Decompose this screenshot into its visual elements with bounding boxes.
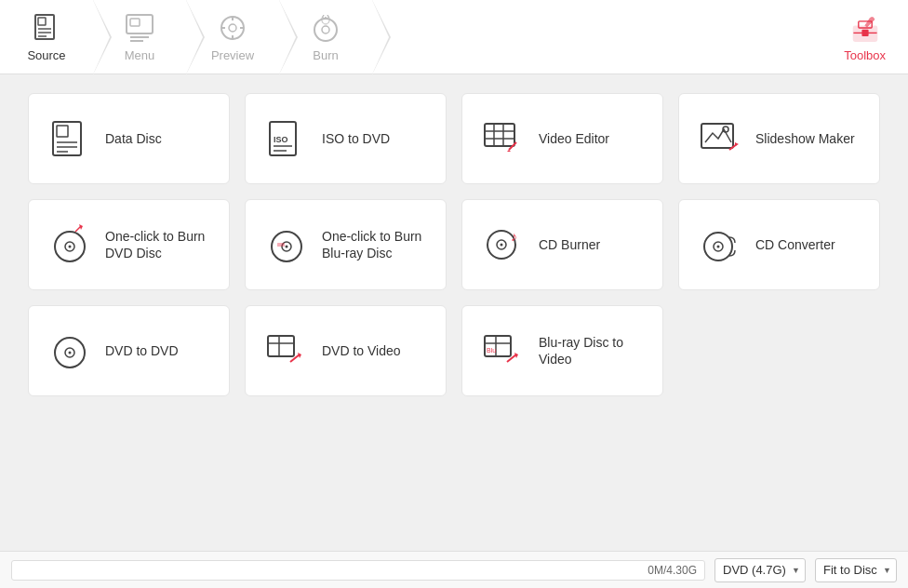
preview-icon xyxy=(216,11,249,45)
svg-point-48 xyxy=(286,246,288,248)
toolbox-icon xyxy=(848,11,882,45)
slideshow-maker-card[interactable]: Slideshow Maker xyxy=(678,93,880,184)
svg-rect-22 xyxy=(57,126,68,137)
svg-point-59 xyxy=(69,352,72,354)
slideshow-maker-icon xyxy=(698,116,742,161)
menu-icon xyxy=(123,11,156,45)
source-icon xyxy=(30,11,63,45)
fit-to-disc-select[interactable]: Fit to Disc No Fitting xyxy=(815,558,897,582)
toolbox-button[interactable]: Toolbox xyxy=(821,0,908,74)
svg-point-56 xyxy=(717,246,720,248)
dvd-to-dvd-icon xyxy=(47,328,92,373)
oneclick-dvd-card[interactable]: One-click to Burn DVD Disc xyxy=(28,199,230,290)
dvd-to-dvd-label: DVD to DVD xyxy=(105,342,179,359)
toolbox-label: Toolbox xyxy=(844,48,886,62)
svg-text:ISO: ISO xyxy=(274,135,288,144)
cd-burner-label: CD Burner xyxy=(539,236,600,253)
iso-to-dvd-card[interactable]: ISO ISO to DVD xyxy=(245,93,447,184)
dvd-to-dvd-card[interactable]: DVD to DVD xyxy=(28,305,230,396)
progress-text: 0M/4.30G xyxy=(648,564,697,577)
bluray-to-video-icon: Blu xyxy=(481,328,526,373)
svg-rect-20 xyxy=(861,30,868,36)
svg-point-52 xyxy=(501,244,503,247)
svg-text:Blu: Blu xyxy=(487,347,496,354)
dvd-to-video-label: DVD to Video xyxy=(322,342,401,359)
cd-converter-card[interactable]: CD Converter xyxy=(678,199,880,290)
fit-to-disc-wrapper: Fit to Disc No Fitting xyxy=(815,558,897,582)
svg-rect-6 xyxy=(130,19,140,26)
iso-to-dvd-label: ISO to DVD xyxy=(322,130,390,147)
data-disc-card[interactable]: Data Disc xyxy=(28,93,230,184)
disc-type-wrapper: DVD (4.7G) DVD (8.5G) BD-25 BD-50 xyxy=(714,558,806,582)
iso-to-dvd-icon: ISO xyxy=(264,116,309,161)
tools-row-3: DVD to DVD DVD to Video xyxy=(28,305,880,396)
dvd-to-video-card[interactable]: DVD to Video xyxy=(245,305,447,396)
svg-rect-1 xyxy=(38,18,46,25)
cd-converter-label: CD Converter xyxy=(755,236,835,253)
oneclick-dvd-label: One-click to Burn DVD Disc xyxy=(105,228,210,261)
oneclick-bluray-icon xyxy=(264,222,309,267)
bluray-to-video-label: Blu-ray Disc to Video xyxy=(539,334,644,368)
svg-rect-60 xyxy=(268,336,294,356)
cd-burner-card[interactable]: ♪ CD Burner xyxy=(461,199,663,290)
video-editor-icon xyxy=(481,116,526,161)
svg-rect-49 xyxy=(277,243,285,247)
svg-marker-40 xyxy=(735,142,739,146)
data-disc-label: Data Disc xyxy=(105,130,162,147)
video-editor-card[interactable]: Video Editor xyxy=(461,93,663,184)
burn-icon xyxy=(309,11,342,45)
tools-row-2: One-click to Burn DVD Disc One-click to … xyxy=(28,199,880,290)
data-disc-icon xyxy=(47,116,92,161)
svg-point-16 xyxy=(322,26,329,33)
oneclick-bluray-label: One-click to Burn Blu-ray Disc xyxy=(322,228,427,261)
oneclick-bluray-card[interactable]: One-click to Burn Blu-ray Disc xyxy=(245,199,447,290)
svg-point-10 xyxy=(229,24,236,32)
bluray-to-video-card[interactable]: Blu Blu-ray Disc to Video xyxy=(461,305,663,396)
nav-source[interactable]: Source xyxy=(0,0,93,74)
video-editor-label: Video Editor xyxy=(539,130,609,147)
svg-rect-30 xyxy=(485,124,514,146)
progress-bar: 0M/4.30G xyxy=(11,560,705,581)
tools-row-1: Data Disc ISO ISO to DVD xyxy=(28,93,880,184)
svg-text:♪: ♪ xyxy=(511,229,517,244)
nav-source-label: Source xyxy=(27,48,65,62)
oneclick-dvd-icon xyxy=(47,222,92,267)
nav-menu-label: Menu xyxy=(125,48,155,62)
nav-preview-label: Preview xyxy=(211,48,254,62)
cd-converter-icon xyxy=(698,222,742,267)
disc-type-select[interactable]: DVD (4.7G) DVD (8.5G) BD-25 BD-50 xyxy=(714,558,806,582)
svg-marker-36 xyxy=(507,150,511,152)
svg-point-15 xyxy=(314,19,337,41)
main-content: Data Disc ISO ISO to DVD xyxy=(0,74,908,551)
nav-bar: Source Menu Preview xyxy=(0,0,908,74)
svg-point-43 xyxy=(69,246,72,248)
nav-burn-label: Burn xyxy=(313,48,338,62)
bottom-bar: 0M/4.30G DVD (4.7G) DVD (8.5G) BD-25 BD-… xyxy=(0,551,908,588)
cd-burner-icon: ♪ xyxy=(481,222,526,267)
slideshow-maker-label: Slideshow Maker xyxy=(755,130,855,147)
dvd-to-video-icon xyxy=(264,328,309,373)
